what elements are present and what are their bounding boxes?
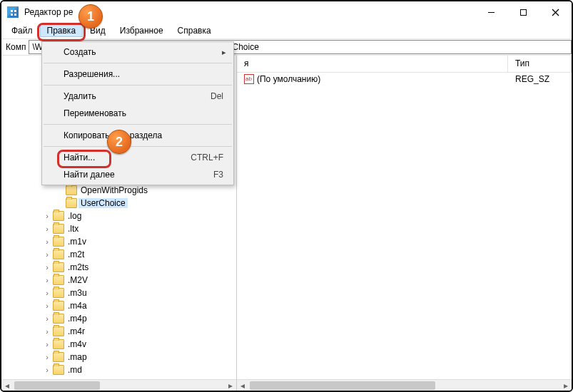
menu-create[interactable]: Создать	[42, 43, 233, 61]
callout-1: 1	[78, 4, 103, 29]
scroll-left-icon[interactable]: ◂	[237, 380, 248, 391]
folder-icon	[53, 275, 64, 285]
col-name[interactable]: я	[237, 56, 508, 72]
menu-help[interactable]: Справка	[171, 24, 218, 37]
folder-icon	[53, 314, 64, 324]
tree-node[interactable]: ›.m3u	[43, 287, 236, 299]
address-label: Комп	[1, 42, 29, 52]
expander-icon[interactable]: ›	[43, 301, 51, 310]
scroll-right-icon[interactable]: ▸	[560, 380, 572, 391]
menu-copy-key-name[interactable]: Копировать имя раздела	[42, 127, 233, 144]
scroll-right-icon[interactable]: ▸	[225, 380, 236, 391]
string-value-icon	[244, 74, 254, 84]
app-icon	[7, 6, 19, 18]
menu-edit[interactable]: Правка	[40, 24, 83, 37]
expander-icon[interactable]: ›	[43, 276, 51, 284]
folder-icon	[53, 211, 64, 221]
folder-icon	[53, 301, 64, 311]
callout-2: 2	[107, 130, 131, 154]
menu-separator	[44, 63, 232, 63]
folder-icon	[53, 339, 64, 349]
folder-icon	[53, 249, 64, 259]
folder-icon	[53, 262, 64, 272]
minimize-button[interactable]	[475, 1, 507, 23]
list-pane[interactable]: я Тип (По умолчанию) REG_SZ ◂ ▸	[237, 56, 572, 391]
folder-icon	[53, 365, 64, 375]
expander-icon[interactable]: ›	[43, 366, 51, 374]
expander-icon[interactable]: ›	[43, 250, 51, 259]
tree-node[interactable]: ›.m4p	[43, 312, 236, 325]
tree-node[interactable]: ›.m4v	[43, 338, 236, 351]
expander-icon[interactable]: ›	[43, 263, 51, 272]
expander-icon[interactable]: ›	[43, 289, 51, 297]
tree-node-openwithprogids[interactable]: OpenWithProgids	[56, 184, 236, 197]
list-row[interactable]: (По умолчанию) REG_SZ	[237, 73, 572, 86]
tree-node[interactable]: ›.M2V	[43, 274, 236, 287]
edit-dropdown: Создать Разрешения... УдалитьDel Переиме…	[41, 41, 234, 185]
tree-node[interactable]: ›.m4a	[43, 299, 236, 312]
tree-node[interactable]: ›.m2ts	[43, 261, 236, 274]
tree-node-userchoice[interactable]: UserChoice	[56, 197, 236, 210]
close-button[interactable]	[539, 1, 572, 23]
menu-rename[interactable]: Переименовать	[42, 105, 233, 122]
folder-icon	[66, 198, 77, 208]
menu-find-next[interactable]: Найти далееF3	[42, 166, 233, 183]
svg-rect-1	[521, 9, 527, 15]
folder-icon	[53, 224, 64, 234]
folder-icon	[53, 237, 64, 247]
window-title: Редактор ре	[24, 7, 73, 17]
tree-node[interactable]: ›.m2t	[43, 248, 236, 261]
tree-node[interactable]: ›.ltx	[43, 222, 236, 235]
list-hscrollbar[interactable]: ◂ ▸	[237, 379, 572, 391]
tree-node[interactable]: ›.map	[43, 351, 236, 363]
folder-icon	[53, 352, 64, 362]
folder-icon	[66, 185, 77, 195]
expander-icon[interactable]: ›	[43, 212, 51, 220]
expander-icon[interactable]: ›	[43, 225, 51, 233]
maximize-button[interactable]	[507, 1, 539, 23]
menu-permissions[interactable]: Разрешения...	[42, 66, 233, 83]
expander-icon[interactable]: ›	[43, 237, 51, 246]
value-name: (По умолчанию)	[257, 74, 320, 84]
tree-hscrollbar[interactable]: ◂ ▸	[1, 379, 236, 391]
folder-icon	[53, 326, 64, 336]
menu-separator	[44, 85, 232, 86]
col-type[interactable]: Тип	[508, 56, 572, 72]
menu-file[interactable]: Файл	[4, 24, 40, 37]
menu-separator	[44, 146, 232, 147]
tree-node[interactable]: ›.m4r	[43, 325, 236, 338]
expander-icon[interactable]: ›	[43, 353, 51, 361]
menu-separator	[44, 124, 232, 125]
menu-find[interactable]: Найти...CTRL+F	[42, 149, 233, 166]
folder-icon	[53, 288, 64, 298]
tree-node[interactable]: ›.md	[43, 363, 236, 376]
menu-delete[interactable]: УдалитьDel	[42, 88, 233, 105]
value-type: REG_SZ	[515, 74, 564, 84]
scroll-left-icon[interactable]: ◂	[1, 380, 13, 391]
tree-node[interactable]: ›.m1v	[43, 235, 236, 248]
menu-favorites[interactable]: Избранное	[113, 24, 171, 37]
expander-icon[interactable]: ›	[43, 314, 51, 323]
expander-icon[interactable]: ›	[43, 327, 51, 336]
expander-icon[interactable]: ›	[43, 340, 51, 349]
tree-node[interactable]: ›.log	[43, 210, 236, 222]
